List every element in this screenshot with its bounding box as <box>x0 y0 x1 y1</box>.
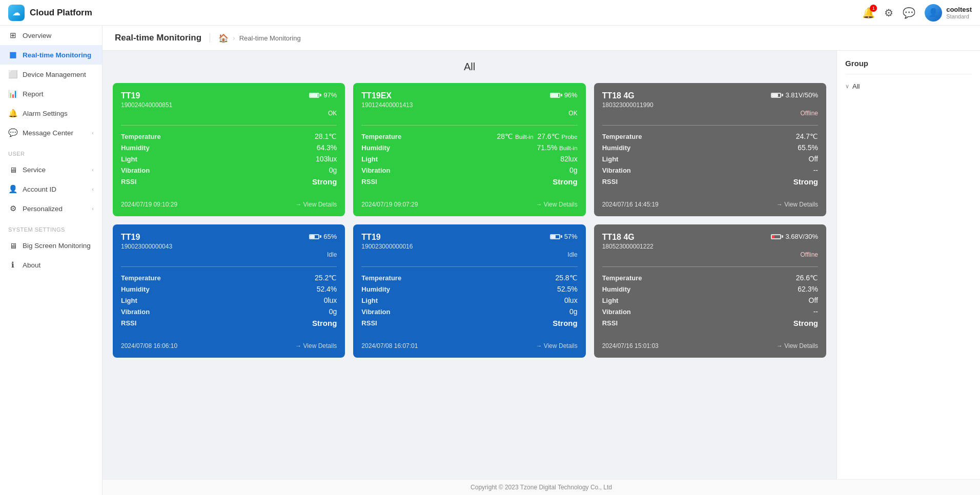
card6-hum-row: Humidity 62.3% <box>602 283 818 295</box>
card4-serial: 190023000000043 <box>121 243 337 250</box>
personal-chevron: ‹ <box>92 205 94 212</box>
card4-header: TT19 65% <box>121 233 337 242</box>
card6-light-row: Light Off <box>602 295 818 306</box>
sidebar-item-personal[interactable]: ⚙ Personalized ‹ <box>0 199 102 218</box>
notification-badge: 1 <box>870 5 877 12</box>
sidebar-label-service: Service <box>23 166 46 174</box>
card6-metrics: Temperature 26.6℃ Humidity 62.3% Light O… <box>602 272 818 336</box>
system-section-label: SYSTEM SETTINGS <box>0 218 102 236</box>
card6-battery-info: 3.68V/30% <box>785 233 818 240</box>
card4-rssi-row: RSSI Strong <box>121 317 337 329</box>
card5-status: Idle <box>361 251 577 258</box>
card1-model: TT19 <box>121 91 140 100</box>
footer: Copyright © 2023 Tzone Digital Technolog… <box>103 479 980 495</box>
card6-view-details[interactable]: → View Details <box>777 342 818 349</box>
sidebar-item-account[interactable]: 👤 Account ID ‹ <box>0 179 102 199</box>
breadcrumb-home-icon[interactable]: 🏠 <box>218 33 229 43</box>
card6-battery: 3.68V/30% <box>771 233 818 240</box>
user-name: cooltest <box>946 6 972 13</box>
breadcrumb-sep: › <box>233 34 235 42</box>
battery3-bar <box>771 93 781 98</box>
sidebar-item-realtime[interactable]: ▦ Real-time Monitoring <box>0 45 102 65</box>
card2-footer: 2024/07/19 09:07:29 → View Details <box>361 201 577 208</box>
sidebar-item-device[interactable]: ⬜ Device Management <box>0 65 102 84</box>
sidebar-item-report[interactable]: 📊 Report <box>0 84 102 104</box>
message-nav-icon: 💬 <box>8 128 17 137</box>
card4-footer: 2024/07/08 16:06:10 → View Details <box>121 342 337 349</box>
notification-icon[interactable]: 🔔 1 <box>862 7 875 19</box>
card4-model: TT19 <box>121 233 140 242</box>
card3-light-row: Light Off <box>602 153 818 164</box>
card1-light-row: Light 103lux <box>121 153 337 164</box>
overview-icon: ⊞ <box>8 31 17 40</box>
card3-timestamp: 2024/07/16 14:45:19 <box>602 201 659 208</box>
sidebar-item-service[interactable]: 🖥 Service ‹ <box>0 160 102 179</box>
card6-timestamp: 2024/07/16 15:01:03 <box>602 342 659 349</box>
group-all-chevron: ∨ <box>845 83 849 90</box>
sidebar-label-about: About <box>23 261 40 269</box>
battery1-icon <box>309 93 321 98</box>
breadcrumb: Real-time Monitoring 🏠 › Real-time Monit… <box>103 26 980 51</box>
user-role: Standard <box>946 13 972 19</box>
card5-timestamp: 2024/07/08 16:07:01 <box>361 342 418 349</box>
card2-header: TT19EX 96% <box>361 91 577 100</box>
card6-vib-row: Vibration -- <box>602 306 818 317</box>
card4-battery-pct: 65% <box>323 233 337 240</box>
card6-header: TT18 4G 3.68V/30% <box>602 233 818 242</box>
card4-view-details[interactable]: → View Details <box>295 342 337 349</box>
message-icon[interactable]: 💬 <box>903 7 915 19</box>
service-chevron: ‹ <box>92 167 94 173</box>
settings-icon[interactable]: ⚙ <box>884 7 893 19</box>
sidebar-item-overview[interactable]: ⊞ Overview <box>0 26 102 45</box>
card3-view-details[interactable]: → View Details <box>777 201 818 208</box>
card5-view-details[interactable]: → View Details <box>536 342 578 349</box>
card4-light-row: Light 0lux <box>121 295 337 306</box>
sidebar-item-bigscreen[interactable]: 🖥 Big Screen Monitoring <box>0 236 102 255</box>
card3-model: TT18 4G <box>602 91 635 100</box>
battery5-icon <box>550 234 562 239</box>
content: All TT19 97% <box>103 51 836 479</box>
card1-status: OK <box>121 110 337 117</box>
group-title: Group <box>845 59 972 68</box>
card1-view-details[interactable]: → View Details <box>295 201 337 208</box>
sidebar-item-alarm[interactable]: 🔔 Alarm Settings <box>0 104 102 123</box>
card2-model: TT19EX <box>361 91 392 100</box>
card3-status: Offline <box>602 110 818 117</box>
layout: ⊞ Overview ▦ Real-time Monitoring ⬜ Devi… <box>0 26 980 495</box>
card3-footer: 2024/07/16 14:45:19 → View Details <box>602 201 818 208</box>
card1-serial: 190024040000851 <box>121 101 337 109</box>
report-icon: 📊 <box>8 89 17 98</box>
card3-hum-row: Humidity 65.5% <box>602 142 818 153</box>
battery2-icon <box>550 93 562 98</box>
card5-model: TT19 <box>361 233 380 242</box>
card1-hum-row: Humidity 64.3% <box>121 142 337 153</box>
card6-footer: 2024/07/16 15:01:03 → View Details <box>602 342 818 349</box>
card5-battery: 57% <box>550 233 578 240</box>
battery3-icon <box>771 93 783 98</box>
sidebar-item-about[interactable]: ℹ About <box>0 255 102 275</box>
card3-battery-info: 3.81V/50% <box>785 91 818 99</box>
card4-timestamp: 2024/07/08 16:06:10 <box>121 342 177 349</box>
card2-vib-row: Vibration 0g <box>361 164 577 176</box>
card5-header: TT19 57% <box>361 233 577 242</box>
service-icon: 🖥 <box>8 165 17 174</box>
user-area[interactable]: 👤 cooltest Standard <box>925 4 972 22</box>
card5-metrics: Temperature 25.8℃ Humidity 52.5% Light 0… <box>361 272 577 336</box>
avatar: 👤 <box>925 4 942 22</box>
sidebar: ⊞ Overview ▦ Real-time Monitoring ⬜ Devi… <box>0 26 103 495</box>
card3-metrics: Temperature 24.7℃ Humidity 65.5% Light O… <box>602 131 818 195</box>
sidebar-item-message[interactable]: 💬 Message Center ‹ <box>0 123 102 142</box>
card6-model: TT18 4G <box>602 233 635 242</box>
sidebar-label-account: Account ID <box>23 185 56 193</box>
card1-rssi-row: RSSI Strong <box>121 176 337 188</box>
card5-rssi-row: RSSI Strong <box>361 317 577 329</box>
group-all-label: All <box>852 82 860 90</box>
card4-vib-row: Vibration 0g <box>121 306 337 317</box>
group-item-all[interactable]: ∨ All <box>845 80 972 92</box>
card5-hum-row: Humidity 52.5% <box>361 283 577 295</box>
battery2-bar <box>550 93 560 98</box>
card6-status: Offline <box>602 251 818 258</box>
realtime-icon: ▦ <box>8 50 17 59</box>
card2-view-details[interactable]: → View Details <box>536 201 578 208</box>
card2-hum-row: Humidity 71.5% Built-in <box>361 142 577 153</box>
